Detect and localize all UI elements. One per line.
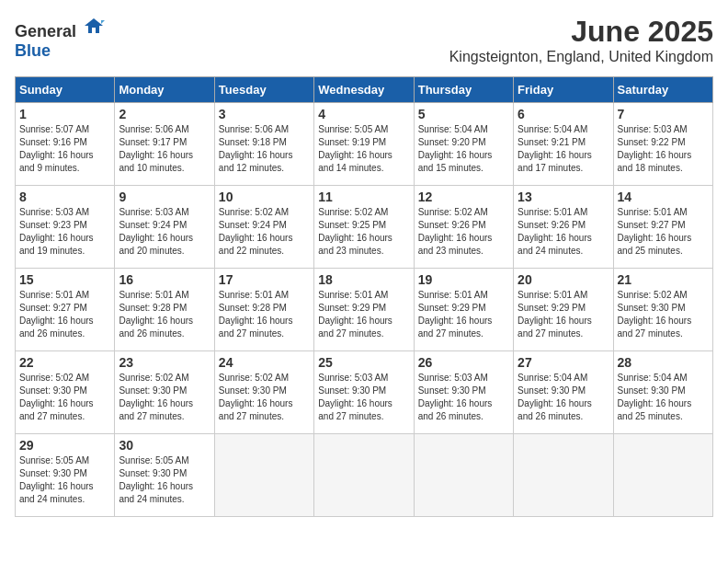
day-info: Sunrise: 5:01 AM Sunset: 9:27 PM Dayligh… [19, 289, 110, 340]
day-info: Sunrise: 5:04 AM Sunset: 9:30 PM Dayligh… [618, 372, 709, 423]
day-number: 3 [219, 107, 310, 121]
day-number: 17 [219, 272, 310, 287]
day-number: 1 [19, 107, 110, 121]
day-cell-10: 10 Sunrise: 5:02 AM Sunset: 9:24 PM Dayl… [214, 186, 313, 269]
empty-cell [613, 434, 712, 517]
week-row-1: 1 Sunrise: 5:07 AM Sunset: 9:16 PM Dayli… [16, 103, 713, 186]
header-wednesday: Wednesday [314, 77, 414, 103]
day-info: Sunrise: 5:04 AM Sunset: 9:30 PM Dayligh… [518, 372, 609, 423]
day-info: Sunrise: 5:03 AM Sunset: 9:30 PM Dayligh… [418, 372, 509, 423]
calendar-header-row: Sunday Monday Tuesday Wednesday Thursday… [16, 77, 713, 103]
day-info: Sunrise: 5:06 AM Sunset: 9:18 PM Dayligh… [219, 123, 310, 175]
day-info: Sunrise: 5:01 AM Sunset: 9:29 PM Dayligh… [318, 289, 409, 340]
day-cell-2: 2 Sunrise: 5:06 AM Sunset: 9:17 PM Dayli… [115, 103, 214, 186]
week-row-4: 22 Sunrise: 5:02 AM Sunset: 9:30 PM Dayl… [16, 351, 713, 434]
empty-cell [414, 434, 513, 517]
day-number: 10 [219, 190, 310, 204]
day-cell-12: 12 Sunrise: 5:02 AM Sunset: 9:26 PM Dayl… [414, 186, 513, 269]
header-tuesday: Tuesday [214, 77, 313, 103]
day-number: 15 [19, 272, 110, 287]
day-cell-23: 23 Sunrise: 5:02 AM Sunset: 9:30 PM Dayl… [115, 351, 214, 434]
day-cell-5: 5 Sunrise: 5:04 AM Sunset: 9:20 PM Dayli… [414, 103, 513, 186]
calendar-table: Sunday Monday Tuesday Wednesday Thursday… [15, 76, 713, 517]
day-number: 16 [119, 272, 210, 287]
day-info: Sunrise: 5:07 AM Sunset: 9:16 PM Dayligh… [19, 123, 110, 175]
day-cell-22: 22 Sunrise: 5:02 AM Sunset: 9:30 PM Dayl… [16, 351, 115, 434]
day-number: 2 [119, 107, 210, 121]
day-cell-18: 18 Sunrise: 5:01 AM Sunset: 9:29 PM Dayl… [314, 269, 414, 351]
day-number: 29 [19, 438, 110, 453]
day-cell-9: 9 Sunrise: 5:03 AM Sunset: 9:24 PM Dayli… [115, 186, 214, 269]
day-info: Sunrise: 5:04 AM Sunset: 9:21 PM Dayligh… [518, 123, 609, 175]
day-number: 23 [119, 355, 210, 370]
day-number: 14 [618, 190, 709, 204]
day-cell-11: 11 Sunrise: 5:02 AM Sunset: 9:25 PM Dayl… [314, 186, 414, 269]
day-cell-14: 14 Sunrise: 5:01 AM Sunset: 9:27 PM Dayl… [613, 186, 712, 269]
day-info: Sunrise: 5:03 AM Sunset: 9:22 PM Dayligh… [618, 123, 709, 175]
day-number: 4 [318, 107, 409, 121]
day-number: 19 [418, 272, 509, 287]
day-info: Sunrise: 5:04 AM Sunset: 9:20 PM Dayligh… [418, 123, 509, 175]
day-number: 30 [119, 438, 210, 453]
day-cell-15: 15 Sunrise: 5:01 AM Sunset: 9:27 PM Dayl… [16, 269, 115, 351]
day-number: 9 [119, 190, 210, 204]
day-number: 18 [318, 272, 409, 287]
week-row-2: 8 Sunrise: 5:03 AM Sunset: 9:23 PM Dayli… [16, 186, 713, 269]
page-header: General Blue June 2025 Kingsteignton, En… [15, 15, 713, 65]
day-number: 8 [19, 190, 110, 204]
day-number: 26 [418, 355, 509, 370]
day-info: Sunrise: 5:06 AM Sunset: 9:17 PM Dayligh… [119, 123, 210, 175]
day-info: Sunrise: 5:02 AM Sunset: 9:30 PM Dayligh… [219, 372, 310, 423]
day-info: Sunrise: 5:01 AM Sunset: 9:27 PM Dayligh… [618, 206, 709, 258]
day-number: 13 [518, 190, 609, 204]
day-info: Sunrise: 5:02 AM Sunset: 9:30 PM Dayligh… [618, 289, 709, 340]
logo-blue: Blue [15, 41, 51, 60]
logo-general: General [15, 22, 76, 40]
header-saturday: Saturday [613, 77, 712, 103]
day-cell-26: 26 Sunrise: 5:03 AM Sunset: 9:30 PM Dayl… [414, 351, 513, 434]
empty-cell [214, 434, 313, 517]
title-section: June 2025 Kingsteignton, England, United… [449, 15, 713, 65]
day-cell-20: 20 Sunrise: 5:01 AM Sunset: 9:29 PM Dayl… [514, 269, 613, 351]
day-cell-24: 24 Sunrise: 5:02 AM Sunset: 9:30 PM Dayl… [214, 351, 313, 434]
empty-cell [314, 434, 414, 517]
day-info: Sunrise: 5:01 AM Sunset: 9:26 PM Dayligh… [518, 206, 609, 258]
day-info: Sunrise: 5:05 AM Sunset: 9:19 PM Dayligh… [318, 123, 409, 175]
day-cell-19: 19 Sunrise: 5:01 AM Sunset: 9:29 PM Dayl… [414, 269, 513, 351]
day-cell-13: 13 Sunrise: 5:01 AM Sunset: 9:26 PM Dayl… [514, 186, 613, 269]
day-cell-3: 3 Sunrise: 5:06 AM Sunset: 9:18 PM Dayli… [214, 103, 313, 186]
empty-cell [514, 434, 613, 517]
day-cell-6: 6 Sunrise: 5:04 AM Sunset: 9:21 PM Dayli… [514, 103, 613, 186]
header-monday: Monday [115, 77, 214, 103]
logo: General Blue [15, 15, 105, 61]
header-sunday: Sunday [16, 77, 115, 103]
day-number: 12 [418, 190, 509, 204]
day-cell-16: 16 Sunrise: 5:01 AM Sunset: 9:28 PM Dayl… [115, 269, 214, 351]
day-number: 24 [219, 355, 310, 370]
day-info: Sunrise: 5:02 AM Sunset: 9:24 PM Dayligh… [219, 206, 310, 258]
day-info: Sunrise: 5:01 AM Sunset: 9:29 PM Dayligh… [418, 289, 509, 340]
day-number: 5 [418, 107, 509, 121]
day-info: Sunrise: 5:01 AM Sunset: 9:28 PM Dayligh… [119, 289, 210, 340]
location-title: Kingsteignton, England, United Kingdom [449, 49, 713, 65]
day-number: 11 [318, 190, 409, 204]
day-info: Sunrise: 5:05 AM Sunset: 9:30 PM Dayligh… [119, 454, 210, 506]
day-info: Sunrise: 5:02 AM Sunset: 9:26 PM Dayligh… [418, 206, 509, 258]
day-number: 7 [618, 107, 709, 121]
day-number: 25 [318, 355, 409, 370]
month-title: June 2025 [449, 15, 713, 49]
day-number: 28 [618, 355, 709, 370]
day-info: Sunrise: 5:05 AM Sunset: 9:30 PM Dayligh… [19, 454, 110, 506]
day-cell-1: 1 Sunrise: 5:07 AM Sunset: 9:16 PM Dayli… [16, 103, 115, 186]
day-info: Sunrise: 5:01 AM Sunset: 9:29 PM Dayligh… [518, 289, 609, 340]
day-cell-28: 28 Sunrise: 5:04 AM Sunset: 9:30 PM Dayl… [613, 351, 712, 434]
day-info: Sunrise: 5:01 AM Sunset: 9:28 PM Dayligh… [219, 289, 310, 340]
day-cell-21: 21 Sunrise: 5:02 AM Sunset: 9:30 PM Dayl… [613, 269, 712, 351]
week-row-5: 29 Sunrise: 5:05 AM Sunset: 9:30 PM Dayl… [16, 434, 713, 517]
header-friday: Friday [514, 77, 613, 103]
day-cell-4: 4 Sunrise: 5:05 AM Sunset: 9:19 PM Dayli… [314, 103, 414, 186]
day-cell-29: 29 Sunrise: 5:05 AM Sunset: 9:30 PM Dayl… [16, 434, 115, 517]
day-cell-30: 30 Sunrise: 5:05 AM Sunset: 9:30 PM Dayl… [115, 434, 214, 517]
day-info: Sunrise: 5:03 AM Sunset: 9:24 PM Dayligh… [119, 206, 210, 258]
day-info: Sunrise: 5:02 AM Sunset: 9:25 PM Dayligh… [318, 206, 409, 258]
